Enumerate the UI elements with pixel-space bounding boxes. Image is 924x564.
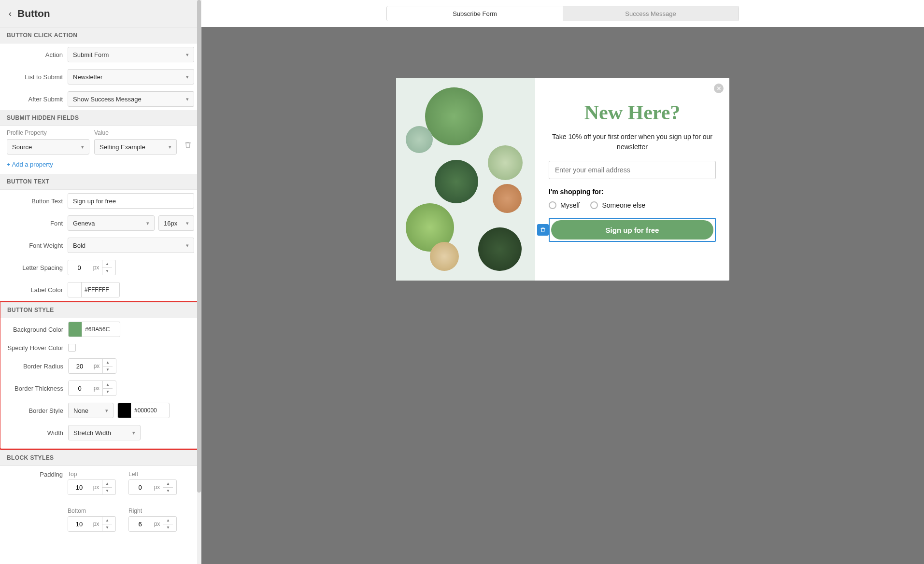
select-profile-property[interactable]: Source ▾ bbox=[7, 139, 89, 155]
input-button-text[interactable] bbox=[68, 193, 194, 209]
input-padding-right[interactable]: px ▲▼ bbox=[128, 516, 177, 532]
padding-left-value[interactable] bbox=[129, 480, 151, 494]
input-bg-color[interactable]: #6BA56C bbox=[68, 322, 120, 337]
step-up-icon[interactable]: ▲ bbox=[163, 480, 173, 488]
row-border-style: Border Style None ▾ #000000 bbox=[0, 399, 200, 422]
input-border-thickness[interactable]: px ▲▼ bbox=[68, 381, 116, 396]
input-label-color[interactable]: #FFFFFF bbox=[68, 282, 120, 297]
scrollbar-thumb[interactable] bbox=[197, 0, 201, 493]
label-bottom: Bottom bbox=[68, 508, 116, 514]
back-icon[interactable]: ‹ bbox=[9, 9, 12, 19]
row-button-text: Button Text bbox=[0, 190, 201, 212]
select-after-submit[interactable]: Show Success Message ▾ bbox=[68, 91, 194, 107]
select-profile-value: Source bbox=[12, 143, 32, 151]
chevron-down-icon: ▾ bbox=[132, 430, 135, 436]
email-input[interactable] bbox=[549, 161, 716, 179]
select-hidden-value[interactable]: Setting Example ▾ bbox=[94, 139, 177, 155]
label-list: List to Submit bbox=[7, 73, 63, 81]
border-color-swatch[interactable] bbox=[118, 403, 131, 418]
step-down-icon[interactable]: ▼ bbox=[103, 389, 113, 396]
step-down-icon[interactable]: ▼ bbox=[163, 524, 173, 532]
row-list: List to Submit Newsletter ▾ bbox=[0, 66, 201, 88]
input-border-color[interactable]: #000000 bbox=[117, 403, 170, 418]
bg-color-swatch[interactable] bbox=[69, 322, 82, 337]
step-up-icon[interactable]: ▲ bbox=[163, 517, 173, 524]
highlighted-section: BUTTON STYLE Background Color #6BA56C Sp… bbox=[0, 301, 201, 450]
step-down-icon[interactable]: ▼ bbox=[102, 268, 112, 275]
popup-image bbox=[396, 78, 535, 281]
popup-modal: ✕ New Here? Take 10% off your first orde… bbox=[396, 78, 729, 281]
select-border-style[interactable]: None ▾ bbox=[68, 403, 114, 418]
bg-color-code: #6BA56C bbox=[82, 326, 120, 333]
padding-bottom-value[interactable] bbox=[68, 517, 90, 531]
radio-label-myself: Myself bbox=[560, 201, 580, 209]
label-color-swatch[interactable] bbox=[68, 282, 82, 297]
step-up-icon[interactable]: ▲ bbox=[103, 359, 113, 367]
section-click-action: BUTTON CLICK ACTION bbox=[0, 28, 201, 43]
row-font-weight: Font Weight Bold ▾ bbox=[0, 234, 201, 256]
chevron-down-icon: ▾ bbox=[186, 220, 189, 226]
sidebar-header: ‹ Button bbox=[0, 0, 201, 28]
select-list-value: Newsletter bbox=[73, 73, 102, 81]
input-letter-spacing[interactable]: px ▲▼ bbox=[68, 260, 116, 275]
scrollbar[interactable] bbox=[197, 0, 201, 564]
input-padding-top[interactable]: px ▲▼ bbox=[68, 479, 116, 495]
radius-value[interactable] bbox=[69, 359, 91, 373]
section-button-style: BUTTON STYLE bbox=[0, 302, 200, 318]
checkbox-hover-color[interactable] bbox=[68, 344, 76, 352]
select-font-size[interactable]: 16px ▾ bbox=[158, 215, 194, 231]
trash-icon[interactable] bbox=[182, 141, 194, 151]
radio-someone-else[interactable]: Someone else bbox=[590, 201, 645, 209]
panel-title: Button bbox=[17, 8, 50, 19]
label-font: Font bbox=[7, 220, 63, 227]
label-bg-color: Background Color bbox=[7, 326, 63, 333]
chevron-down-icon: ▾ bbox=[186, 242, 189, 249]
step-down-icon[interactable]: ▼ bbox=[103, 367, 113, 374]
plant-decoration bbox=[488, 145, 523, 180]
label-width: Width bbox=[7, 429, 63, 437]
font-value: Geneva bbox=[73, 220, 95, 227]
step-down-icon[interactable]: ▼ bbox=[163, 488, 173, 495]
input-padding-bottom[interactable]: px ▲▼ bbox=[68, 516, 116, 532]
step-up-icon[interactable]: ▲ bbox=[103, 381, 113, 389]
step-up-icon[interactable]: ▲ bbox=[102, 480, 112, 488]
sidebar-scroll[interactable]: ‹ Button BUTTON CLICK ACTION Action Subm… bbox=[0, 0, 201, 564]
add-property-link[interactable]: + Add a property bbox=[0, 158, 201, 174]
radio-myself[interactable]: Myself bbox=[549, 201, 580, 209]
select-font-family[interactable]: Geneva ▾ bbox=[68, 215, 155, 231]
border-style-value: None bbox=[73, 407, 88, 414]
plant-decoration bbox=[478, 227, 522, 271]
select-action[interactable]: Submit Form ▾ bbox=[68, 47, 194, 62]
delete-element-icon[interactable] bbox=[537, 224, 549, 236]
tab-switcher: Subscribe Form Success Message bbox=[386, 6, 739, 21]
plant-decoration bbox=[425, 87, 483, 145]
canvas-top-bar: Subscribe Form Success Message bbox=[201, 0, 924, 27]
row-width: Width Stretch Width ▾ bbox=[0, 422, 200, 444]
spacing-unit: px bbox=[90, 264, 102, 271]
select-width[interactable]: Stretch Width ▾ bbox=[68, 425, 141, 440]
close-icon[interactable]: ✕ bbox=[714, 84, 724, 93]
radio-group: Myself Someone else bbox=[549, 201, 645, 209]
select-font-weight[interactable]: Bold ▾ bbox=[68, 238, 194, 253]
thickness-value[interactable] bbox=[69, 381, 91, 395]
padding-right-value[interactable] bbox=[129, 517, 151, 531]
row-after-submit: After Submit Show Success Message ▾ bbox=[0, 88, 201, 110]
tab-success-message[interactable]: Success Message bbox=[563, 6, 739, 21]
canvas-stage[interactable]: ✕ New Here? Take 10% off your first orde… bbox=[201, 27, 924, 564]
font-size-value: 16px bbox=[164, 220, 177, 227]
spacing-value[interactable] bbox=[68, 260, 90, 275]
step-up-icon[interactable]: ▲ bbox=[102, 517, 112, 524]
signup-button[interactable]: Sign up for free bbox=[551, 220, 713, 240]
chevron-down-icon: ▾ bbox=[81, 144, 84, 150]
step-down-icon[interactable]: ▼ bbox=[102, 524, 112, 532]
plant-decoration bbox=[435, 160, 478, 203]
step-down-icon[interactable]: ▼ bbox=[102, 488, 112, 495]
input-border-radius[interactable]: px ▲▼ bbox=[68, 358, 116, 374]
radio-icon bbox=[590, 201, 598, 209]
label-button-text: Button Text bbox=[7, 197, 63, 205]
padding-top-value[interactable] bbox=[68, 480, 90, 494]
input-padding-left[interactable]: px ▲▼ bbox=[128, 479, 177, 495]
select-list[interactable]: Newsletter ▾ bbox=[68, 69, 194, 85]
tab-subscribe-form[interactable]: Subscribe Form bbox=[387, 6, 563, 21]
step-up-icon[interactable]: ▲ bbox=[102, 260, 112, 268]
